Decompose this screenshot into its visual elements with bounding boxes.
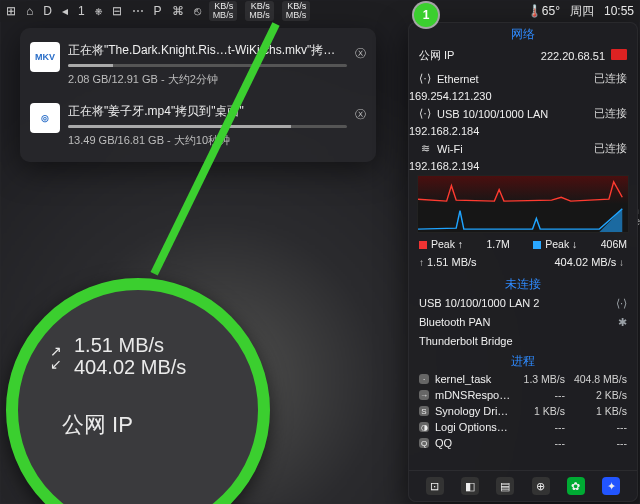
progress-bar (68, 125, 347, 128)
process-row[interactable]: →mDNSRespo…---2 KB/s (409, 387, 637, 403)
unconnected-item[interactable]: Thunderbolt Bridge (409, 332, 637, 350)
menubar: ⊞ ⌂ D ◂ 1 ⎈ ⊟ ⋯ P ⌘ ⎋ KB/s MB/s KB/s MB/… (0, 0, 640, 22)
peak-up-value: 1.7M (487, 238, 510, 250)
peak-up-label: Peak ↑ (431, 238, 463, 250)
status-label: 已连接 (594, 71, 627, 86)
network-panel: 网络 公网 IP 222.20.68.51 ⟨·⟩Ethernet 已连接 16… (408, 22, 638, 502)
peak-down-color (533, 241, 541, 249)
bottom-icon[interactable]: ✦ (602, 477, 620, 495)
app-icon[interactable]: 1 (78, 4, 85, 18)
peak-down-value: 406M (601, 238, 627, 250)
copy-progress-popover: MKV 正在将"The.Dark.Knight.Ris…t-WiKi.chs.m… (20, 28, 376, 162)
process-row[interactable]: ·kernel_task1.3 MB/s404.8 MB/s (409, 371, 637, 387)
app-icon[interactable]: ⌘ (172, 4, 184, 18)
unconnected-item[interactable]: Bluetooth PAN✱ (409, 313, 637, 332)
app-icon[interactable]: ⊟ (112, 4, 122, 18)
copy-title: 正在将"The.Dark.Knight.Ris…t-WiKi.chs.mkv"拷… (68, 42, 347, 59)
status-label: 已连接 (594, 141, 627, 156)
interface-row[interactable]: ⟨·⟩USB 10/100/1000 LAN 已连接 (409, 102, 637, 125)
bottom-icon[interactable]: ⊡ (426, 477, 444, 495)
section-title-processes: 进程 (409, 350, 637, 371)
ethernet-icon: ⟨·⟩ (419, 107, 431, 120)
menubar-speed-widget[interactable]: KB/s MB/s (282, 1, 311, 21)
status-label: 已连接 (594, 106, 627, 121)
arrows-icon: ↗↙ (50, 345, 62, 371)
bw-up: 1.51 MB/s (427, 256, 477, 268)
app-icon[interactable]: ⎈ (95, 4, 102, 18)
interface-address: 192.168.2.194 (409, 160, 637, 172)
unconnected-item[interactable]: USB 10/100/1000 LAN 2⟨·⟩ (409, 294, 637, 313)
peak-up-color (419, 241, 427, 249)
cancel-copy-button[interactable]: ⓧ (355, 103, 366, 148)
public-ip-value: 222.20.68.51 (541, 50, 605, 62)
bw-down: 404.02 MB/s (554, 256, 616, 268)
app-icon[interactable]: P (154, 4, 162, 18)
zoom-public-ip-label: 公网 IP (50, 410, 248, 440)
bottom-icon[interactable]: ◧ (461, 477, 479, 495)
speed-down-unit: MB/s (213, 11, 234, 20)
copy-title: 正在将"姜子牙.mp4"拷贝到"桌面" (68, 103, 347, 120)
peak-down-label: Peak ↓ (545, 238, 577, 250)
app-icon[interactable]: ◂ (62, 4, 68, 18)
copy-subtext: 13.49 GB/16.81 GB - 大约10秒钟 (68, 133, 347, 148)
app-icon[interactable]: ⊞ (6, 4, 16, 18)
upload-sparkline (418, 182, 622, 201)
callout-badge-1: 1 (414, 3, 438, 27)
section-title-network: 网络 (409, 23, 637, 44)
bandwidth-graph (417, 175, 629, 233)
arrow-down-icon: ↓ (616, 257, 624, 268)
app-icon[interactable]: D (43, 4, 52, 18)
section-title-unconnected: 未连接 (409, 273, 637, 294)
copy-item: ◎ 正在将"姜子牙.mp4"拷贝到"桌面" 13.49 GB/16.81 GB … (20, 95, 376, 156)
process-row[interactable]: SSynology Dri…1 KB/s1 KB/s (409, 403, 637, 419)
interface-row[interactable]: ⟨·⟩Ethernet 已连接 (409, 67, 637, 90)
wifi-icon: ≋ (419, 142, 431, 155)
process-row[interactable]: QQQ------ (409, 435, 637, 451)
arrow-up-icon: ↑ (419, 257, 424, 268)
app-icon[interactable]: ⌂ (26, 4, 33, 18)
download-sparkline (418, 209, 622, 229)
interface-address: 169.254.121.230 (409, 90, 637, 102)
public-ip-row[interactable]: 公网 IP 222.20.68.51 (409, 44, 637, 67)
copy-item: MKV 正在将"The.Dark.Knight.Ris…t-WiKi.chs.m… (20, 34, 376, 95)
app-icon[interactable]: ⎋ (194, 4, 201, 18)
interface-address: 192.168.2.184 (409, 125, 637, 137)
copy-subtext: 2.08 GB/12.91 GB - 大约2分钟 (68, 72, 347, 87)
clock-time: 10:55 (604, 4, 634, 18)
progress-bar (68, 64, 347, 67)
app-icon[interactable]: ⋯ (132, 4, 144, 18)
process-icon: Q (419, 438, 429, 448)
ethernet-icon: ⟨·⟩ (616, 297, 627, 310)
bandwidth-row: ↑1.51 MB/s 404.02 MB/s ↓ (409, 253, 637, 273)
clock-day: 周四 (570, 3, 594, 20)
cancel-copy-button[interactable]: ⓧ (355, 42, 366, 87)
public-ip-label: 公网 IP (419, 48, 454, 63)
file-type-icon: MKV (30, 42, 60, 72)
file-type-icon: ◎ (30, 103, 60, 133)
bottom-icon[interactable]: ▤ (496, 477, 514, 495)
process-icon: S (419, 406, 429, 416)
zoom-down-speed: 404.02 MB/s (74, 356, 186, 378)
menubar-speed-widget[interactable]: KB/s MB/s (245, 1, 274, 21)
process-icon: · (419, 374, 429, 384)
ethernet-icon: ⟨·⟩ (419, 72, 431, 85)
process-icon: ◑ (419, 422, 429, 432)
menubar-speed-widget[interactable]: KB/s MB/s (209, 1, 238, 21)
process-icon: → (419, 390, 429, 400)
bottom-icon[interactable]: ⊕ (532, 477, 550, 495)
interface-row[interactable]: ≋Wi-Fi 已连接 (409, 137, 637, 160)
bluetooth-icon: ✱ (618, 316, 627, 329)
zoom-up-speed: 1.51 MB/s (74, 334, 186, 356)
flag-icon (611, 49, 627, 60)
process-row[interactable]: ◑Logi Options…------ (409, 419, 637, 435)
panel-bottom-icons: ⊡ ◧ ▤ ⊕ ✿ ✦ (409, 470, 637, 501)
bottom-icon[interactable]: ✿ (567, 477, 585, 495)
menubar-left-icons: ⊞ ⌂ D ◂ 1 ⎈ ⊟ ⋯ P ⌘ ⎋ (6, 4, 201, 18)
temperature-icon[interactable]: 🌡️65° (527, 4, 560, 18)
